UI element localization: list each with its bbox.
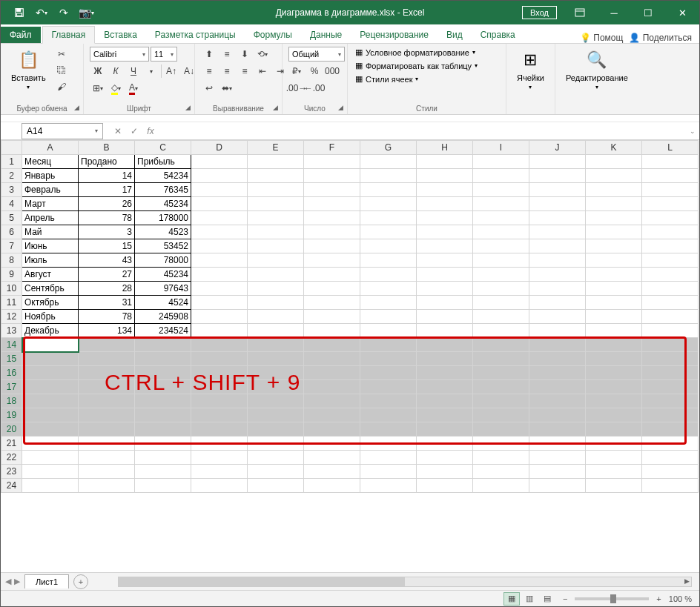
col-header[interactable]: D	[191, 141, 248, 155]
cell[interactable]	[304, 225, 360, 239]
cell[interactable]	[529, 394, 586, 408]
cell[interactable]	[529, 239, 586, 253]
cell[interactable]	[473, 394, 529, 408]
cell[interactable]	[473, 268, 529, 282]
cell[interactable]	[79, 352, 135, 366]
cell[interactable]: Сентябрь	[22, 282, 79, 296]
cell[interactable]	[473, 282, 529, 296]
cell[interactable]	[191, 169, 248, 183]
cell[interactable]: 28	[79, 282, 135, 296]
cell[interactable]	[473, 155, 529, 169]
row-header[interactable]: 16	[1, 366, 22, 380]
cell[interactable]	[191, 253, 248, 268]
cell[interactable]	[586, 451, 642, 465]
cell[interactable]: 134	[79, 324, 135, 338]
cell[interactable]	[191, 352, 248, 366]
cell[interactable]	[586, 408, 642, 422]
sheet-prev-icon[interactable]: ◀	[5, 577, 11, 586]
cell[interactable]	[191, 197, 248, 211]
cell[interactable]: Декабрь	[22, 324, 79, 338]
cell[interactable]	[642, 380, 699, 394]
cell[interactable]: Апрель	[22, 211, 79, 225]
cell[interactable]	[642, 183, 699, 197]
cell[interactable]	[586, 479, 642, 493]
cell[interactable]	[191, 338, 248, 352]
cell[interactable]: 54234	[135, 169, 191, 183]
cell[interactable]	[248, 310, 304, 324]
cell[interactable]	[135, 408, 191, 422]
cell[interactable]: Январь	[22, 169, 79, 183]
sheet-tab[interactable]: Лист1	[24, 574, 69, 588]
cell[interactable]	[191, 211, 248, 225]
cell[interactable]	[586, 268, 642, 282]
format-painter-icon[interactable]: 🖌	[53, 79, 70, 94]
cell[interactable]	[586, 253, 642, 268]
cell[interactable]	[473, 479, 529, 493]
percent-icon[interactable]: %	[306, 64, 323, 79]
cell[interactable]	[360, 310, 417, 324]
cell[interactable]: 17	[79, 183, 135, 197]
row-header[interactable]: 9	[1, 268, 22, 282]
row-header[interactable]: 21	[1, 437, 22, 451]
font-size-combo[interactable]: 11▾	[151, 47, 177, 62]
cell[interactable]	[586, 380, 642, 394]
tab-review[interactable]: Рецензирование	[351, 27, 438, 43]
fill-color-icon[interactable]: ◇▾	[108, 81, 124, 96]
cell[interactable]	[248, 197, 304, 211]
cell[interactable]	[473, 338, 529, 352]
cell[interactable]	[417, 465, 473, 479]
cell[interactable]	[473, 211, 529, 225]
row-header[interactable]: 11	[1, 296, 22, 310]
cell[interactable]	[191, 422, 248, 437]
sheet-next-icon[interactable]: ▶	[14, 577, 20, 586]
cell[interactable]: Продано	[79, 155, 135, 169]
cell[interactable]	[586, 239, 642, 253]
enter-formula-icon[interactable]: ✓	[127, 126, 142, 136]
cell[interactable]	[642, 394, 699, 408]
row-header[interactable]: 5	[1, 211, 22, 225]
tab-file[interactable]: Файл	[1, 27, 41, 43]
cell[interactable]	[642, 197, 699, 211]
underline-icon[interactable]: Ч	[125, 64, 142, 79]
cell[interactable]	[248, 408, 304, 422]
cell[interactable]	[248, 239, 304, 253]
cell[interactable]	[135, 352, 191, 366]
clipboard-launcher-icon[interactable]: ◢	[71, 102, 82, 113]
cell[interactable]	[360, 380, 417, 394]
row-header[interactable]: 12	[1, 310, 22, 324]
cell[interactable]	[304, 296, 360, 310]
cell[interactable]	[191, 394, 248, 408]
cell[interactable]: 31	[79, 296, 135, 310]
cell[interactable]	[642, 155, 699, 169]
cell[interactable]: 26	[79, 197, 135, 211]
normal-view-icon[interactable]: ▦	[503, 592, 520, 606]
cells-button[interactable]: ⊞ Ячейки▾	[512, 47, 549, 92]
cell[interactable]	[529, 183, 586, 197]
cell[interactable]: 4523	[135, 225, 191, 239]
row-header[interactable]: 10	[1, 282, 22, 296]
cell[interactable]	[642, 296, 699, 310]
format-table-button[interactable]: ▦Форматировать как таблицу ▾	[354, 60, 479, 71]
cell[interactable]	[586, 155, 642, 169]
cell[interactable]	[248, 479, 304, 493]
cell[interactable]	[642, 282, 699, 296]
cell[interactable]	[360, 268, 417, 282]
cell[interactable]	[642, 422, 699, 437]
cell[interactable]	[79, 437, 135, 451]
save-icon[interactable]	[10, 3, 29, 22]
cell[interactable]	[304, 310, 360, 324]
cell[interactable]	[360, 155, 417, 169]
zoom-out-icon[interactable]: −	[563, 594, 567, 603]
cell[interactable]	[360, 169, 417, 183]
col-header[interactable]: H	[417, 141, 473, 155]
cell[interactable]	[417, 338, 473, 352]
cell[interactable]	[248, 465, 304, 479]
cell[interactable]	[529, 380, 586, 394]
cell[interactable]: 234524	[135, 324, 191, 338]
row-header[interactable]: 2	[1, 169, 22, 183]
currency-icon[interactable]: ₽▾	[288, 64, 305, 79]
cell[interactable]	[360, 282, 417, 296]
cell[interactable]	[360, 352, 417, 366]
cell[interactable]	[529, 225, 586, 239]
cell[interactable]: Октябрь	[22, 296, 79, 310]
